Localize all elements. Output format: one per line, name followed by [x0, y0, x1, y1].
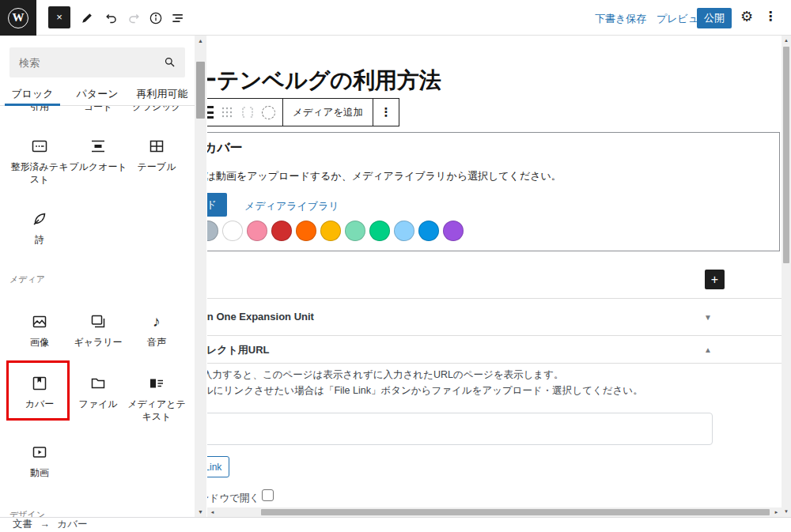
content-scroll-right-icon[interactable]: ►	[771, 507, 782, 517]
media-section-label: メディア	[9, 274, 45, 285]
block-item-video[interactable]: 動画	[10, 443, 69, 479]
publish-button[interactable]: 公開	[697, 8, 732, 28]
sidebar-scrollbar-thumb[interactable]	[196, 62, 205, 119]
redo-icon[interactable]	[126, 10, 142, 26]
preformatted-icon	[30, 137, 49, 156]
file-folder-icon	[89, 374, 108, 393]
redirect-help-line1: 入力すると、このページは表示されずに入力されたURLのページを表示します。	[207, 368, 563, 382]
panel-divider	[207, 363, 782, 364]
edit-tool-icon[interactable]	[79, 10, 95, 26]
block-toolbar: メディアを追加 ⋮	[207, 98, 399, 126]
tab-reusable[interactable]: 再利用可能	[130, 84, 195, 105]
cover-block-heading: カバー	[207, 140, 243, 157]
cover-icon	[30, 374, 49, 393]
select-parent-icon[interactable]	[240, 105, 255, 119]
options-menu-icon[interactable]: ⋮	[764, 9, 777, 24]
add-media-button[interactable]: メディアを追加	[283, 99, 373, 126]
editor-top-bar: W × 下書き保存 プレビュー 公開 ⚙ ⋮	[0, 0, 791, 36]
breadcrumb-bar: 文書 → カバー	[0, 517, 791, 532]
block-options-icon[interactable]: ⋮	[373, 105, 399, 119]
color-swatch-row	[207, 221, 464, 241]
color-swatch[interactable]	[296, 221, 316, 241]
table-icon	[147, 137, 166, 156]
block-search-box[interactable]	[9, 47, 185, 77]
tab-patterns[interactable]: パターン	[65, 84, 130, 105]
color-swatch[interactable]	[271, 221, 292, 241]
verse-feather-icon	[30, 209, 49, 228]
block-item-media-text[interactable]: メディアとテキスト	[126, 374, 187, 423]
color-swatch[interactable]	[222, 221, 243, 241]
inserter-tabs: ブロック パターン 再利用可能	[0, 84, 195, 106]
block-item-gallery[interactable]: ギャラリー	[69, 312, 127, 349]
panel-divider	[207, 335, 782, 336]
breadcrumb-arrow: →	[40, 519, 50, 530]
expansion-unit-panel-label[interactable]: All in One Expansion Unit	[207, 311, 314, 323]
block-item-verse[interactable]: 詩	[10, 209, 69, 246]
open-new-window-label: 新しいウィンドウで開く	[207, 492, 259, 505]
color-swatch[interactable]	[394, 221, 414, 241]
dashed-circle-icon[interactable]	[262, 106, 275, 119]
content-vscrollbar-thumb[interactable]	[783, 47, 789, 263]
content-scroll-left-icon[interactable]: ◄	[207, 507, 218, 517]
tab-blocks[interactable]: ブロック	[0, 84, 65, 105]
wordpress-logo-icon[interactable]: W	[0, 0, 36, 36]
color-swatch[interactable]	[247, 221, 267, 241]
design-section-label: デザイン	[9, 509, 45, 517]
breadcrumb-document[interactable]: 文書	[13, 519, 32, 530]
undo-icon[interactable]	[104, 10, 119, 26]
settings-gear-icon[interactable]: ⚙	[740, 8, 753, 25]
block-item-image[interactable]: 画像	[10, 312, 69, 349]
upload-button[interactable]: アップロード	[207, 193, 227, 217]
block-item-audio[interactable]: ♪ 音声	[127, 312, 186, 349]
sidebar-scroll-up-icon[interactable]: ▲	[195, 36, 206, 46]
post-title[interactable]: ーテンベルグの利用方法	[207, 66, 441, 96]
color-swatch[interactable]	[418, 221, 439, 241]
content-scroll-up-icon[interactable]: ▲	[782, 36, 791, 45]
panel-divider	[207, 298, 782, 299]
color-swatch[interactable]	[207, 221, 218, 241]
block-inserter-panel: ブロック パターン 再利用可能 引用 コード クラシック 整形済みテキスト プル…	[0, 36, 195, 517]
chevron-up-icon[interactable]: ▲	[704, 345, 712, 354]
color-swatch[interactable]	[443, 221, 464, 241]
color-swatch[interactable]	[320, 221, 341, 241]
redirect-url-panel-label[interactable]: リダイレクト用URL	[207, 343, 270, 357]
close-inserter-button[interactable]: ×	[48, 6, 70, 28]
block-item-preformatted[interactable]: 整形済みテキスト	[10, 137, 69, 186]
save-draft-button[interactable]: 下書き保存	[595, 12, 646, 26]
cover-block-description: 画像または動画をアップロードするか、メディアライブラリから選択してください。	[207, 169, 562, 183]
redirect-help-line2: ルにリンクさせたい場合は「File Link」ボタンからファイルをアップロード・…	[207, 384, 643, 398]
breadcrumb-current: カバー	[57, 519, 87, 530]
image-icon	[30, 312, 49, 331]
gallery-icon	[89, 312, 108, 331]
block-item-file[interactable]: ファイル	[69, 374, 127, 410]
audio-note-icon: ♪	[127, 312, 186, 331]
redirect-url-input[interactable]	[207, 413, 713, 445]
block-item-table[interactable]: テーブル	[127, 137, 186, 173]
search-input[interactable]	[19, 47, 161, 77]
cover-block-placeholder: カバー 画像または動画をアップロードするか、メディアライブラリから選択してくださ…	[207, 132, 780, 251]
pullquote-icon	[89, 137, 108, 156]
video-icon	[30, 443, 49, 462]
sidebar-scroll-down-icon[interactable]: ▼	[195, 507, 206, 517]
media-library-button[interactable]: メディアライブラリ	[244, 199, 339, 213]
media-text-icon	[147, 374, 166, 393]
open-new-window-checkbox[interactable]	[262, 489, 274, 501]
block-item-pullquote[interactable]: プルクオート	[69, 137, 127, 173]
chevron-down-icon[interactable]: ▼	[704, 313, 712, 322]
color-swatch[interactable]	[369, 221, 390, 241]
block-item-cover[interactable]: カバー	[10, 374, 69, 410]
file-link-button[interactable]: File Link	[207, 456, 229, 477]
info-icon[interactable]	[148, 10, 164, 26]
wordpress-w-mark: W	[8, 8, 28, 28]
drag-handle-icon[interactable]	[221, 106, 233, 119]
content-scroll-down-icon[interactable]: ▼	[782, 507, 791, 516]
color-swatch[interactable]	[345, 221, 365, 241]
block-type-icon[interactable]	[207, 106, 214, 119]
search-icon	[162, 55, 177, 70]
add-block-button[interactable]: +	[705, 270, 725, 289]
list-view-icon[interactable]	[170, 10, 186, 26]
editor-canvas: ーテンベルグの利用方法 メディアを追加 ⋮ カバー 画像または動画をアップロード…	[207, 36, 782, 507]
content-hscrollbar-thumb[interactable]	[261, 509, 770, 515]
